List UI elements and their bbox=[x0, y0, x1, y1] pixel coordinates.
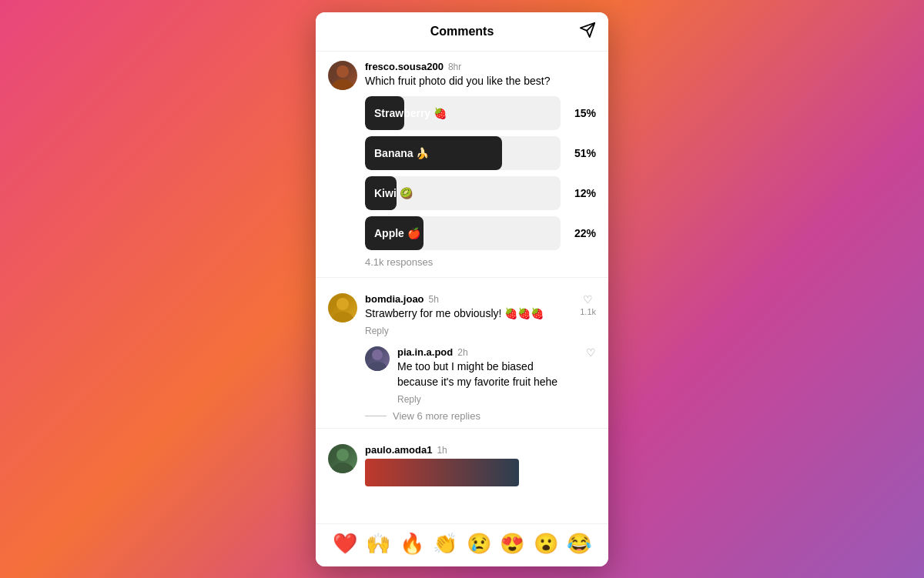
poll-label-apple: Apple 🍎 bbox=[374, 227, 420, 239]
poll-option-apple[interactable]: Apple 🍎 22% bbox=[365, 216, 596, 250]
comment-row-bomdia: bomdia.joao 5h Strawberry for me obvious… bbox=[316, 284, 608, 338]
phone-container: Comments fresco.sousa200 8hr bbox=[316, 12, 608, 566]
emoji-laughing[interactable]: 😂 bbox=[567, 532, 591, 556]
time-pia: 2h bbox=[457, 347, 467, 358]
bottom-hint bbox=[316, 563, 608, 566]
poll-percent-kiwi: 12% bbox=[568, 187, 596, 199]
poll-option-strawberry[interactable]: Strawberry 🍓 15% bbox=[365, 96, 596, 130]
comment-row-pia: pia.in.a.pod 2h Me too but I might be bi… bbox=[365, 337, 608, 406]
username-paulo[interactable]: paulo.amoda1 bbox=[365, 444, 432, 456]
svg-point-7 bbox=[368, 362, 387, 371]
svg-point-6 bbox=[372, 349, 383, 360]
poll-percent-banana: 51% bbox=[568, 147, 596, 159]
poll-label-kiwi: Kiwi 🥝 bbox=[374, 187, 413, 199]
time-paulo: 1h bbox=[437, 445, 447, 456]
reply-btn-bomdia[interactable]: Reply bbox=[365, 326, 389, 336]
svg-point-9 bbox=[332, 463, 353, 473]
poll-option-banana[interactable]: Banana 🍌 51% bbox=[365, 136, 596, 170]
like-count-bomdia: 1.1k bbox=[580, 307, 596, 316]
reply-section-pia: pia.in.a.pod 2h Me too but I might be bi… bbox=[365, 337, 608, 406]
heart-icon-bomdia[interactable]: ♡ bbox=[583, 293, 593, 306]
divider-2 bbox=[316, 428, 608, 429]
like-area-pia: ♡ bbox=[586, 346, 596, 406]
comment-body-pia: pia.in.a.pod 2h Me too but I might be bi… bbox=[397, 346, 575, 406]
avatar-paulo bbox=[328, 444, 357, 473]
paulo-image-thumb bbox=[365, 459, 519, 486]
comments-header: Comments bbox=[316, 12, 608, 52]
like-area-bomdia: ♡ 1.1k bbox=[580, 293, 596, 338]
poll-percent-apple: 22% bbox=[568, 227, 596, 239]
emoji-crying[interactable]: 😢 bbox=[467, 532, 491, 556]
view-more-line bbox=[365, 416, 387, 416]
post-author-text: Which fruit photo did you like the best? bbox=[365, 74, 596, 89]
username-pia[interactable]: pia.in.a.pod bbox=[397, 346, 453, 358]
comment-row-paulo: paulo.amoda1 1h bbox=[316, 435, 608, 486]
poll-percent-strawberry: 15% bbox=[568, 107, 596, 119]
poll-section: Strawberry 🍓 15% Banana 🍌 51% Kiwi 🥝 12% bbox=[365, 96, 596, 250]
username-bomdia[interactable]: bomdia.joao bbox=[365, 293, 424, 305]
comment-body-paulo: paulo.amoda1 1h bbox=[365, 444, 596, 486]
svg-point-2 bbox=[336, 65, 349, 78]
view-more-replies[interactable]: View 6 more replies bbox=[365, 410, 608, 422]
emoji-fire[interactable]: 🔥 bbox=[400, 532, 424, 556]
emoji-heart[interactable]: ❤️ bbox=[333, 532, 357, 556]
text-pia: Me too but I might be biased because it'… bbox=[397, 359, 575, 389]
emoji-heart-eyes[interactable]: 😍 bbox=[500, 532, 524, 556]
poll-option-kiwi[interactable]: Kiwi 🥝 12% bbox=[365, 176, 596, 210]
header-title: Comments bbox=[430, 25, 494, 38]
text-bomdia: Strawberry for me obviously! 🍓🍓🍓 bbox=[365, 306, 569, 322]
post-author-username[interactable]: fresco.sousa200 bbox=[365, 61, 444, 72]
comment-body-bomdia: bomdia.joao 5h Strawberry for me obvious… bbox=[365, 293, 569, 338]
svg-point-3 bbox=[332, 79, 353, 90]
poll-responses: 4.1k responses bbox=[365, 256, 596, 268]
poll-label-strawberry: Strawberry 🍓 bbox=[374, 107, 447, 119]
time-bomdia: 5h bbox=[429, 294, 439, 305]
svg-point-8 bbox=[336, 449, 349, 461]
post-author-row: fresco.sousa200 8hr Which fruit photo di… bbox=[316, 52, 608, 90]
heart-icon-pia[interactable]: ♡ bbox=[586, 346, 596, 359]
emoji-bar: ❤️ 🙌 🔥 👏 😢 😍 😮 😂 bbox=[316, 523, 608, 563]
comments-content: fresco.sousa200 8hr Which fruit photo di… bbox=[316, 52, 608, 523]
svg-point-4 bbox=[336, 298, 349, 310]
avatar-bomdia bbox=[328, 293, 357, 322]
emoji-clap[interactable]: 👏 bbox=[433, 532, 457, 556]
reply-btn-pia[interactable]: Reply bbox=[397, 394, 421, 405]
avatar-fresco bbox=[328, 61, 357, 90]
divider-1 bbox=[316, 277, 608, 278]
view-more-text[interactable]: View 6 more replies bbox=[393, 410, 480, 422]
post-author-body: fresco.sousa200 8hr Which fruit photo di… bbox=[365, 61, 596, 90]
svg-point-5 bbox=[332, 312, 353, 322]
avatar-pia bbox=[365, 346, 390, 371]
emoji-raised-hands[interactable]: 🙌 bbox=[366, 532, 390, 556]
post-author-time: 8hr bbox=[448, 62, 461, 72]
send-icon[interactable] bbox=[579, 22, 596, 42]
poll-label-banana: Banana 🍌 bbox=[374, 147, 429, 159]
emoji-surprised[interactable]: 😮 bbox=[534, 532, 558, 556]
